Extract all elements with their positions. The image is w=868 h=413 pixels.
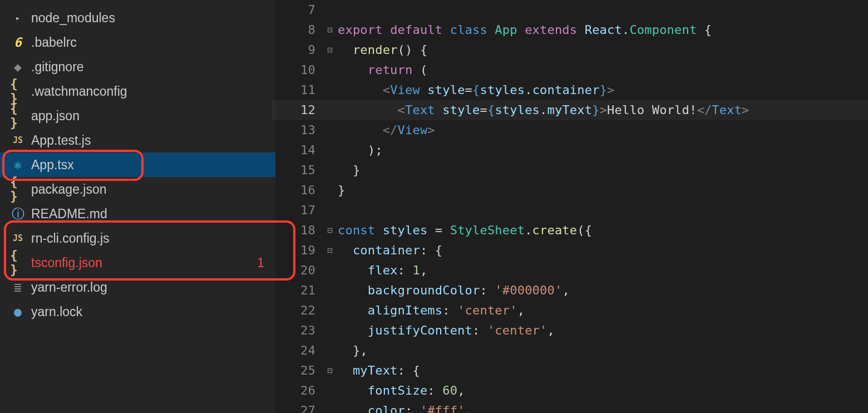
file-row-package-json[interactable]: { }package.json [0,177,275,201]
fold-toggle [322,160,338,180]
line-number: 18 [275,220,315,240]
json-icon: { } [10,175,26,204]
file-row-app-json[interactable]: { }app.json [0,104,275,128]
fold-toggle[interactable]: ⊟ [322,40,338,60]
code-line[interactable]: container: { [338,240,868,260]
fold-toggle[interactable]: ⊟ [322,20,338,40]
code-line[interactable]: } [338,160,868,180]
line-number: 14 [275,140,315,160]
code-line[interactable]: <Text style={styles.myText}>Hello World!… [338,100,868,120]
code-line[interactable]: myText: { [338,361,868,381]
line-number: 11 [275,80,315,100]
code-line[interactable]: color: '#fff', [338,401,868,413]
file-row-node-modules[interactable]: ▸node_modules [0,6,275,30]
line-number: 15 [275,160,315,180]
line-number: 8 [275,20,315,40]
line-number: 24 [275,341,315,361]
file-row-readme-md[interactable]: ⓘREADME.md [0,201,275,226]
file-label: app.json [31,109,80,124]
code-line[interactable]: <View style={styles.container}> [338,80,868,100]
line-number: 20 [275,260,315,281]
file-row--babelrc[interactable]: 6.babelrc [0,30,275,55]
code-line[interactable]: return ( [338,60,868,80]
js-icon: JS [10,135,26,145]
log-icon: ≣ [10,280,26,294]
fold-toggle [322,100,338,120]
code-area[interactable]: export default class App extends React.C… [338,0,868,413]
file-label: rn-cli.config.js [31,231,110,246]
fold-gutter[interactable]: ⊟⊟⊟⊟⊟ [322,0,338,413]
file-label: .watchmanconfig [31,84,127,99]
fold-toggle[interactable]: ⊟ [322,361,338,381]
code-line[interactable] [338,0,868,20]
line-number: 9 [275,40,315,60]
code-line[interactable]: render() { [338,40,868,60]
fold-toggle [322,0,338,20]
line-number: 13 [275,120,315,140]
line-number: 23 [275,321,315,341]
line-number: 21 [275,281,315,301]
line-number: 22 [275,301,315,321]
fold-toggle [322,60,338,80]
code-line[interactable]: flex: 1, [338,260,868,281]
error-badge: 1 [257,255,264,271]
file-row-yarn-error-log[interactable]: ≣yarn-error.log [0,275,275,299]
fold-toggle [322,260,338,281]
git-icon: ◆ [10,60,26,74]
code-line[interactable]: const styles = StyleSheet.create({ [338,220,868,240]
file-label: App.test.js [31,133,91,148]
code-line[interactable]: export default class App extends React.C… [338,20,868,40]
folder-icon: ▸ [10,13,26,22]
react-icon: ⚛ [10,158,26,172]
fold-toggle [322,200,338,220]
line-number: 7 [275,0,315,20]
code-line[interactable]: backgroundColor: '#000000', [338,281,868,301]
code-line[interactable]: }, [338,341,868,361]
fold-toggle [322,281,338,301]
fold-toggle [322,381,338,401]
fold-toggle [322,341,338,361]
line-number-gutter: 789101112131415161718192021222324252627 [275,0,322,413]
file-label: package.json [31,182,107,197]
file-explorer[interactable]: ▸node_modules6.babelrc◆.gitignore{ }.wat… [0,0,275,413]
js-icon: JS [10,233,26,243]
code-line[interactable]: </View> [338,120,868,140]
info-icon: ⓘ [10,205,26,223]
file-row-tsconfig-json[interactable]: { }tsconfig.json1 [0,250,275,275]
fold-toggle [322,301,338,321]
fold-toggle[interactable]: ⊟ [322,220,338,240]
code-line[interactable]: ); [338,140,868,160]
fold-toggle[interactable]: ⊟ [322,240,338,260]
line-number: 26 [275,381,315,401]
file-row-app-tsx[interactable]: ⚛App.tsx [0,153,275,177]
line-number: 25 [275,361,315,381]
file-label: node_modules [31,11,115,26]
code-editor[interactable]: 789101112131415161718192021222324252627 … [275,0,868,413]
line-number: 17 [275,200,315,220]
file-row-yarn-lock[interactable]: ●yarn.lock [0,299,275,324]
code-line[interactable]: alignItems: 'center', [338,301,868,321]
file-row--watchmanconfig[interactable]: { }.watchmanconfig [0,79,275,104]
fold-toggle [322,80,338,100]
fold-toggle [322,401,338,413]
file-row-app-test-js[interactable]: JSApp.test.js [0,128,275,153]
file-row-rn-cli-config-js[interactable]: JSrn-cli.config.js [0,226,275,250]
line-number: 10 [275,60,315,80]
json-icon: { } [10,248,26,277]
code-line[interactable]: fontSize: 60, [338,381,868,401]
file-label: App.tsx [31,158,74,173]
line-number: 19 [275,240,315,260]
fold-toggle [322,321,338,341]
file-label: README.md [31,206,107,222]
line-number: 16 [275,180,315,200]
file-row--gitignore[interactable]: ◆.gitignore [0,55,275,79]
line-number: 27 [275,401,315,413]
fold-toggle [322,180,338,200]
file-label: .babelrc [31,35,77,50]
lock-icon: ● [10,304,26,319]
code-line[interactable]: justifyContent: 'center', [338,321,868,341]
code-line[interactable] [338,200,868,220]
code-line[interactable]: } [338,180,868,200]
fold-toggle [322,120,338,140]
fold-toggle [322,140,338,160]
